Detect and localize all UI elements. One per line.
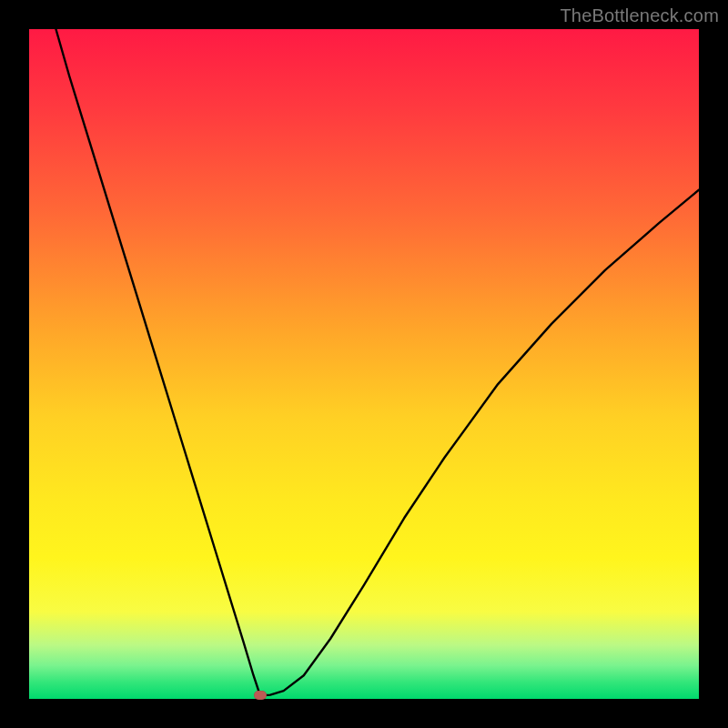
chart-stage: TheBottleneck.com xyxy=(0,0,728,728)
watermark-text: TheBottleneck.com xyxy=(560,5,719,26)
optimal-point-marker xyxy=(254,691,267,700)
plot-area xyxy=(29,29,699,699)
bottleneck-curve xyxy=(29,29,699,699)
